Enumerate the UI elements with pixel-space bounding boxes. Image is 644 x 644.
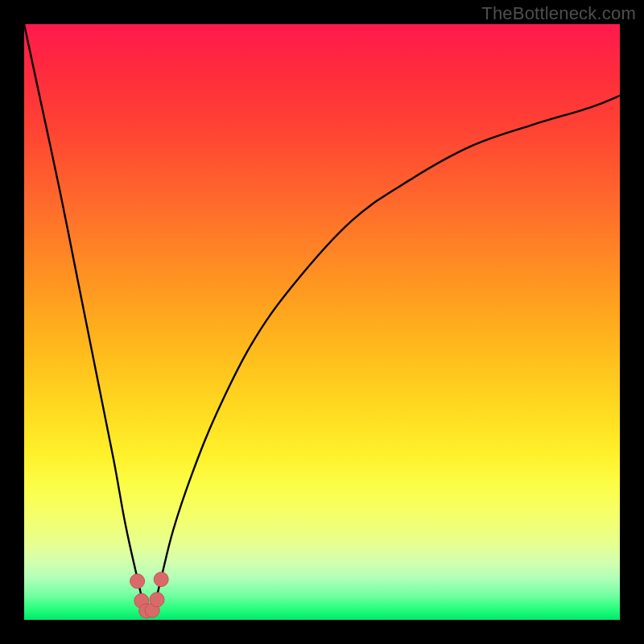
chart-overlay [24, 24, 620, 620]
marker-dot [130, 574, 145, 588]
bottleneck-curve [24, 24, 620, 613]
marker-dot [154, 572, 168, 587]
optimal-region-markers [130, 572, 169, 618]
watermark-text: TheBottleneck.com [481, 3, 636, 24]
plot-area [24, 24, 620, 620]
marker-dot [150, 592, 164, 607]
